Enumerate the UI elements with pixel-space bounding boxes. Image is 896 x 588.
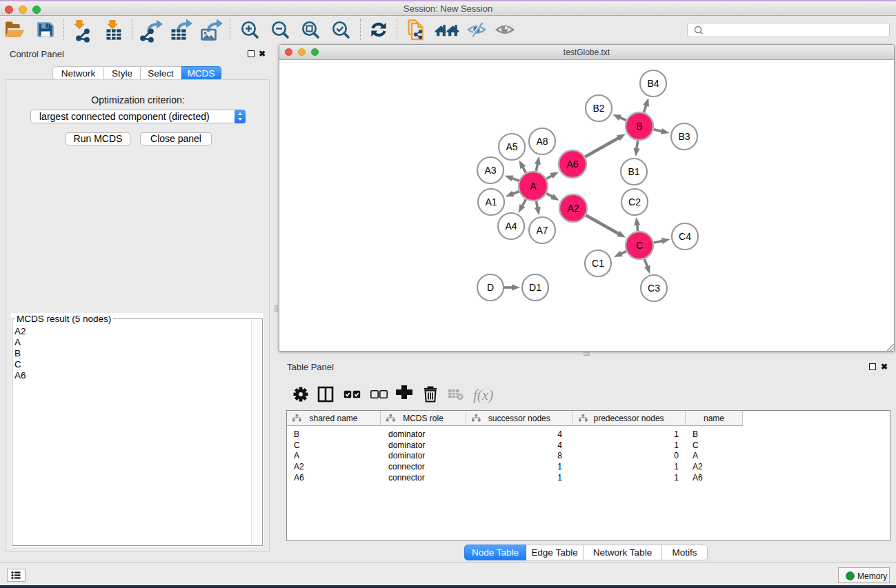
svg-text:A2: A2 (567, 203, 579, 214)
svg-text:A4: A4 (505, 221, 517, 232)
svg-text:A7: A7 (536, 225, 548, 236)
svg-text:A1: A1 (485, 196, 497, 207)
svg-text:B3: B3 (678, 131, 690, 142)
svg-text:D: D (487, 282, 494, 293)
svg-text:A6: A6 (566, 159, 578, 170)
svg-text:A5: A5 (506, 141, 517, 152)
svg-text:B: B (636, 121, 642, 132)
svg-text:B4: B4 (647, 78, 659, 89)
svg-text:C: C (636, 240, 643, 251)
svg-text:C1: C1 (592, 258, 604, 269)
svg-text:B2: B2 (593, 103, 604, 114)
svg-text:C4: C4 (679, 231, 691, 242)
svg-text:A: A (530, 181, 537, 192)
svg-text:f(x): f(x) (473, 387, 493, 403)
svg-text:C3: C3 (648, 283, 660, 294)
svg-text:D1: D1 (529, 282, 541, 293)
svg-text:C2: C2 (628, 196, 641, 207)
svg-text:A8: A8 (536, 136, 548, 147)
svg-text:B1: B1 (628, 166, 639, 177)
svg-text:A3: A3 (484, 165, 496, 176)
